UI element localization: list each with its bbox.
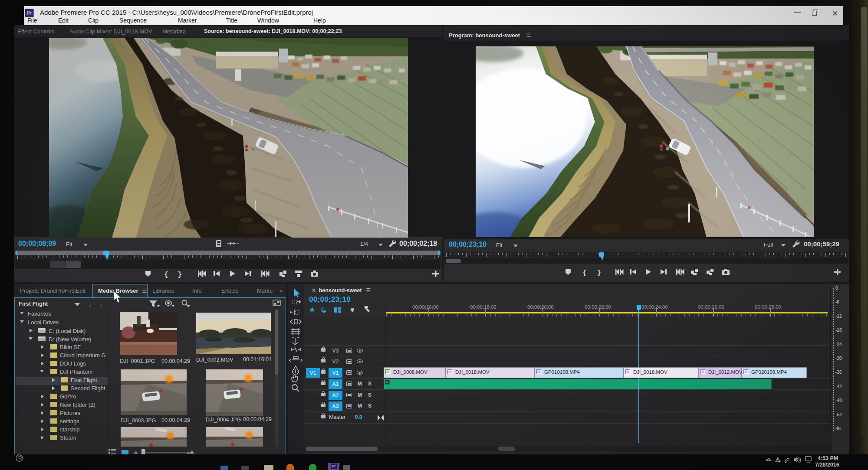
svg-text:DJI Phantom: DJI Phantom [60, 369, 92, 375]
svg-text:{: { [582, 269, 587, 277]
svg-text:First Flight: First Flight [71, 377, 97, 383]
svg-text:D: (New Volume): D: (New Volume) [49, 336, 91, 343]
svg-text:settings: settings [60, 418, 79, 424]
svg-text:Cloud Imperium G: Cloud Imperium G [60, 352, 105, 359]
svg-text:DDU Logs: DDU Logs [60, 360, 86, 367]
svg-text:Steam: Steam [60, 434, 76, 441]
svg-text:Pictures: Pictures [60, 410, 80, 416]
svg-text:New folder (2): New folder (2) [60, 401, 95, 408]
svg-text:Bikin SF: Bikin SF [60, 344, 81, 350]
svg-text:{: { [164, 271, 168, 278]
svg-text:starship: starship [60, 426, 80, 433]
svg-text:Second Flight: Second Flight [71, 385, 105, 392]
svg-text:GoPro: GoPro [60, 393, 76, 400]
svg-text:Favorites: Favorites [28, 310, 51, 317]
svg-text:}: } [597, 269, 601, 277]
svg-text:C: (Local Disk): C: (Local Disk) [49, 328, 85, 334]
svg-text:}: } [178, 271, 182, 278]
svg-text:Local Drives: Local Drives [28, 319, 59, 326]
